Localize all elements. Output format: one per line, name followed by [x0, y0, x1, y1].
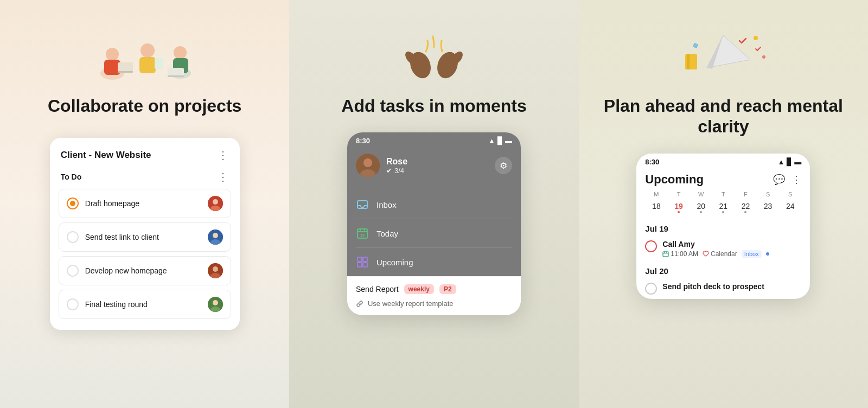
event-dot [766, 252, 769, 256]
settings-button[interactable]: ⚙ [495, 157, 512, 174]
panel-title-3: Plan ahead and reach mental clarity [595, 95, 852, 137]
svg-point-46 [754, 36, 758, 40]
nav-label-upcoming: Upcoming [376, 258, 413, 267]
panel-title-2: Add tasks in moments [341, 95, 526, 116]
svg-point-30 [363, 158, 372, 167]
task-checkbox[interactable] [67, 231, 79, 243]
svg-rect-45 [687, 54, 690, 69]
wifi-icon: ▲ [488, 137, 495, 145]
svg-rect-12 [168, 75, 184, 77]
svg-rect-38 [358, 257, 362, 262]
cal-event-call-amy[interactable]: Call Amy 11:00 AM [636, 235, 810, 262]
cal-event-pitch-deck[interactable]: Send pitch deck to prospect [636, 278, 810, 299]
task-list-card: Client - New Website ⋮ To Do ⋮ Draft hom… [50, 138, 240, 330]
panel-collaborate: Collaborate on projects Client - New Web… [0, 0, 289, 408]
nav-item-upcoming[interactable]: Upcoming [356, 248, 512, 276]
cal-section-jul20: Jul 20 [636, 262, 810, 278]
svg-point-47 [762, 55, 765, 59]
cal-status-time: 8:30 [645, 158, 659, 166]
svg-point-23 [213, 300, 218, 305]
task-item[interactable]: Final testing round [59, 290, 231, 319]
day-t: T [667, 191, 690, 197]
task-text: Final testing round [85, 300, 201, 309]
cal-date-20[interactable]: 20 [690, 200, 712, 215]
event-circle-empty [645, 283, 657, 295]
nav-item-inbox[interactable]: Inbox [356, 190, 512, 219]
svg-point-9 [174, 46, 187, 59]
user-name: Rose [386, 157, 407, 167]
event-title-2: Send pitch deck to prospect [662, 282, 801, 291]
battery-icon: ▬ [505, 137, 512, 145]
task-item[interactable]: Develop new homepage [59, 256, 231, 285]
illustration-launch [663, 22, 783, 87]
cal-date-23[interactable]: 23 [757, 200, 779, 215]
card-title: Client - New Website [61, 150, 151, 161]
inbox-icon [356, 198, 369, 211]
day-w: W [690, 191, 712, 197]
illustration-hands [391, 22, 477, 87]
user-name-block: Rose ✔ 3/4 [386, 157, 407, 175]
cal-more-icon[interactable]: ⋮ [792, 174, 801, 186]
card-header: Client - New Website ⋮ [59, 149, 231, 162]
quick-task-row: Send Report weekly P2 [356, 284, 512, 294]
task-avatar [208, 297, 223, 312]
svg-point-14 [213, 199, 218, 205]
event-title: Call Amy [662, 240, 801, 248]
event-meta: 11:00 AM Calendar Inbox [662, 250, 801, 258]
task-avatar [208, 263, 223, 278]
tag-p2: P2 [439, 284, 456, 294]
cal-date-18[interactable]: 18 [645, 200, 667, 215]
check-icon: ✔ [386, 167, 392, 175]
cal-grid: M T W T F S S 18 19 20 21 22 23 24 [636, 191, 810, 220]
task-checkbox[interactable] [67, 265, 79, 277]
cal-view-title: Upcoming [645, 173, 704, 187]
cal-date-24[interactable]: 24 [779, 200, 801, 215]
task-item[interactable]: Draft homepage [59, 189, 231, 218]
signal-icon: ▊ [497, 137, 503, 145]
cal-dates-row: 18 19 20 21 22 23 24 [645, 200, 801, 215]
section-more-icon[interactable]: ⋮ [218, 170, 229, 183]
cal-date-22[interactable]: 22 [735, 200, 757, 215]
today-icon: 19 [356, 227, 369, 240]
phone-mockup-3: 8:30 ▲ ▊ ▬ Upcoming 💬 ⋮ M T W T F S [636, 154, 810, 299]
task-checkbox[interactable] [67, 197, 79, 209]
nav-label-inbox: Inbox [376, 200, 397, 209]
svg-rect-41 [363, 263, 367, 267]
event-inbox-tag: Inbox [742, 250, 762, 258]
user-info: Rose ✔ 3/4 [356, 154, 407, 177]
cal-date-19[interactable]: 19 [667, 200, 690, 215]
comment-icon[interactable]: 💬 [773, 174, 785, 186]
cal-header: Upcoming 💬 ⋮ [636, 168, 810, 191]
task-checkbox[interactable] [67, 298, 79, 310]
day-t2: T [712, 191, 735, 197]
day-s2: S [779, 191, 801, 197]
task-text: Develop new homepage [85, 266, 201, 275]
cal-actions: 💬 ⋮ [773, 174, 801, 186]
event-circle-red [645, 240, 657, 252]
more-options-icon[interactable]: ⋮ [218, 149, 229, 162]
phone-mockup-2: 8:30 ▲ ▊ ▬ Rose ✔ [347, 132, 521, 315]
svg-rect-7 [155, 58, 163, 69]
svg-rect-39 [363, 257, 367, 262]
event-content: Call Amy 11:00 AM [662, 240, 801, 258]
cal-date-21[interactable]: 21 [712, 200, 735, 215]
cal-signal-icon: ▊ [787, 158, 792, 166]
svg-rect-11 [168, 68, 184, 76]
event-time: 11:00 AM [662, 250, 698, 258]
subtask-row: Use weekly report template [356, 299, 512, 308]
nav-item-today[interactable]: 19 Today [356, 219, 512, 248]
task-text: Draft homepage [85, 199, 201, 208]
cal-status-bar: 8:30 ▲ ▊ ▬ [636, 154, 810, 168]
panel-title-1: Collaborate on projects [48, 95, 241, 116]
calendar-icon [662, 251, 669, 257]
heart-icon [703, 251, 709, 257]
task-item[interactable]: Send test link to client [59, 222, 231, 252]
section-title: To Do [61, 173, 82, 181]
nav-list: Inbox 19 Today [347, 186, 521, 276]
status-icons: ▲ ▊ ▬ [488, 137, 512, 145]
svg-rect-4 [118, 71, 133, 73]
svg-rect-48 [693, 43, 698, 48]
upcoming-icon [356, 256, 369, 269]
section-header: To Do ⋮ [59, 170, 231, 183]
cal-status-icons: ▲ ▊ ▬ [777, 158, 801, 166]
